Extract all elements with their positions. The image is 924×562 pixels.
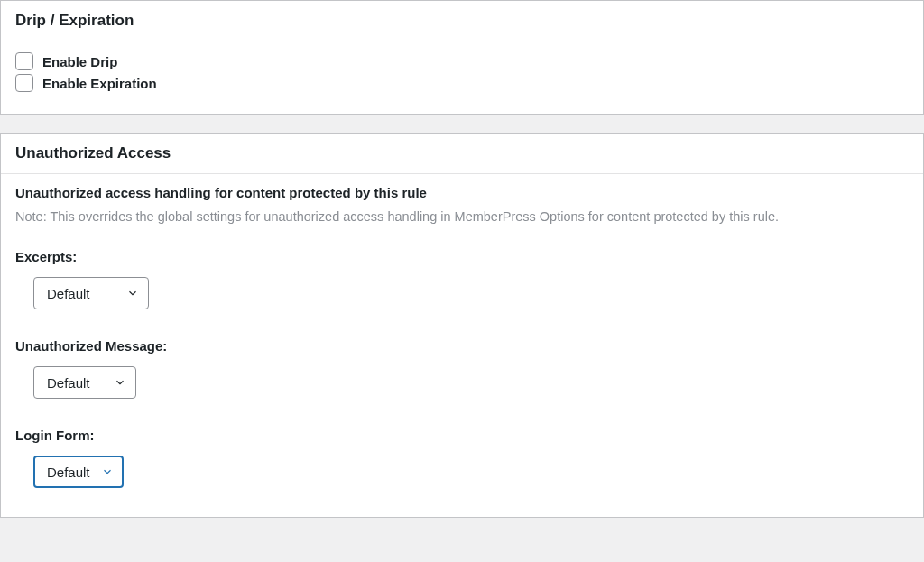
- enable-drip-checkbox[interactable]: [15, 52, 33, 70]
- excerpts-select[interactable]: Default: [33, 277, 149, 309]
- enable-drip-label[interactable]: Enable Drip: [42, 54, 117, 69]
- unauthorized-note: Note: This overrides the global settings…: [15, 209, 909, 224]
- excerpts-select-value: Default: [47, 286, 90, 301]
- drip-panel-body: Enable Drip Enable Expiration: [1, 41, 923, 114]
- unauthorized-panel-header: Unauthorized Access: [1, 134, 923, 174]
- enable-expiration-label[interactable]: Enable Expiration: [42, 76, 157, 91]
- unauthorized-message-select[interactable]: Default: [33, 366, 136, 399]
- chevron-down-icon: [126, 287, 139, 299]
- login-form-select-value: Default: [47, 465, 90, 480]
- unauthorized-panel-title: Unauthorized Access: [15, 144, 909, 162]
- excerpts-field-group: Excerpts: Default: [15, 249, 909, 309]
- unauthorized-panel-body: Unauthorized access handling for content…: [1, 174, 923, 517]
- chevron-down-icon: [114, 376, 126, 389]
- drip-panel-header: Drip / Expiration: [1, 1, 923, 41]
- drip-panel-title: Drip / Expiration: [15, 12, 909, 30]
- unauthorized-access-panel: Unauthorized Access Unauthorized access …: [0, 133, 924, 518]
- login-form-select[interactable]: Default: [33, 456, 124, 488]
- unauthorized-message-label: Unauthorized Message:: [15, 338, 909, 354]
- unauthorized-message-select-value: Default: [47, 375, 90, 391]
- login-form-label: Login Form:: [15, 428, 909, 443]
- enable-expiration-checkbox[interactable]: [15, 74, 33, 92]
- login-form-field-group: Login Form: Default: [15, 428, 909, 488]
- excerpts-label: Excerpts:: [15, 249, 909, 264]
- unauthorized-message-field-group: Unauthorized Message: Default: [15, 338, 909, 399]
- unauthorized-subheading: Unauthorized access handling for content…: [15, 185, 909, 200]
- drip-expiration-panel: Drip / Expiration Enable Drip Enable Exp…: [0, 0, 924, 115]
- enable-expiration-row: Enable Expiration: [15, 74, 909, 92]
- chevron-down-icon: [101, 465, 114, 478]
- enable-drip-row: Enable Drip: [15, 52, 909, 70]
